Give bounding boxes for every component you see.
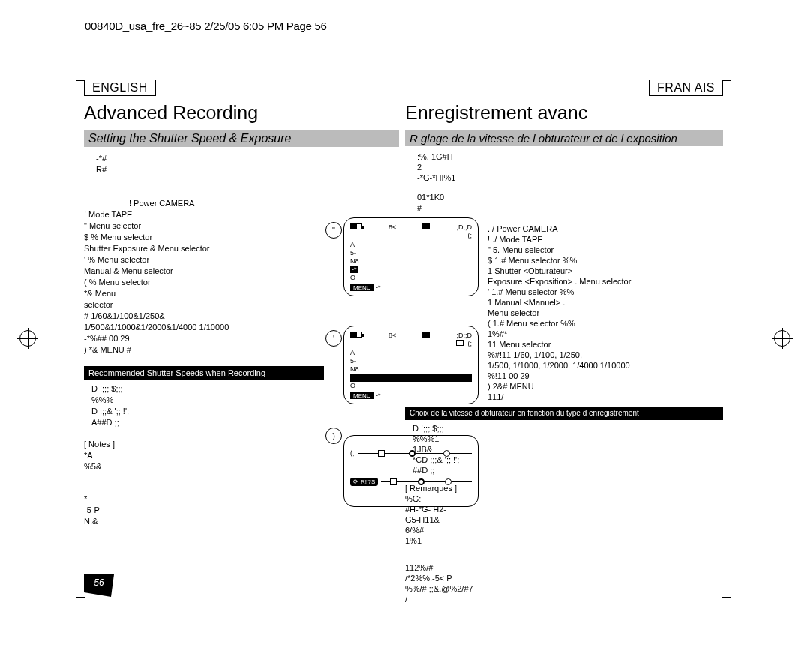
text: :%. 1G#H bbox=[417, 152, 723, 162]
text: . / Power CAMERA bbox=[488, 224, 723, 234]
text: / bbox=[405, 594, 723, 604]
text: 01*1K0 bbox=[417, 192, 723, 202]
battery-icon bbox=[350, 224, 362, 230]
recommended-band-fr: Choix de la vitesse d obturateur en fonc… bbox=[405, 406, 723, 420]
text: ( 1.# Menu selector %% bbox=[488, 318, 723, 328]
text: %%% bbox=[92, 394, 324, 406]
registration-mark bbox=[774, 330, 790, 346]
text: 1/500&1/1000&1/2000&1/4000 1/10000 bbox=[84, 322, 324, 333]
text: N;& bbox=[84, 516, 324, 527]
text: A bbox=[350, 241, 472, 249]
card-icon bbox=[456, 340, 464, 346]
text: -*G-*HI%1 bbox=[417, 172, 723, 183]
text: 8< bbox=[388, 332, 396, 339]
lcd-screen-2: 8< ;D;;D (; A 5- N8 O MENU -* bbox=[344, 326, 478, 404]
text: selector bbox=[84, 299, 324, 310]
text: Exposure <Exposition> . Menu selector bbox=[488, 276, 723, 286]
recommended-band-en: Recommended Shutter Speeds when Recordin… bbox=[84, 366, 324, 380]
text: 1%1 bbox=[405, 536, 723, 546]
title-english: Advanced Recording bbox=[84, 102, 258, 124]
text: ( % Menu selector bbox=[84, 277, 324, 288]
text: 1/500, 1/1000, 1/2000, 1/4000 1/10000 bbox=[488, 360, 723, 370]
crop-mark bbox=[76, 597, 86, 606]
text: ) *& MENU # bbox=[84, 344, 324, 356]
text: " 5. Menu selector bbox=[488, 244, 723, 255]
text: ;D;;D bbox=[456, 332, 472, 339]
text: Manual & Menu selector bbox=[84, 266, 324, 277]
text: -*%## 00 29 bbox=[84, 333, 324, 344]
text: O bbox=[350, 274, 472, 282]
text: A##D ;; bbox=[92, 417, 324, 428]
text: 5- bbox=[350, 357, 472, 365]
shutter-pill: ⟳R!'?S bbox=[350, 478, 378, 486]
text: " Menu selector bbox=[84, 220, 324, 232]
text: 5- bbox=[350, 249, 472, 257]
exposure-slider bbox=[358, 453, 472, 454]
text: R# bbox=[96, 164, 324, 176]
text: $ 1.# Menu selector %% bbox=[488, 255, 723, 266]
text: O bbox=[350, 382, 472, 390]
lang-french: FRAN AIS bbox=[649, 80, 723, 96]
text: -5-P bbox=[84, 505, 324, 516]
subtitle-english: Setting the Shutter Speed & Exposure bbox=[84, 130, 399, 147]
lcd-screen-3: (; ⟳R!'?S bbox=[344, 435, 478, 507]
text: # 1/60&1/100&1/250& bbox=[84, 310, 324, 322]
registration-mark bbox=[20, 330, 36, 346]
menu-label: MENU bbox=[350, 392, 374, 399]
text: -*# bbox=[96, 153, 324, 164]
text: N8 bbox=[350, 365, 472, 374]
text: -* bbox=[376, 284, 381, 291]
text: ;D;;D bbox=[456, 224, 472, 231]
text: ' % Menu selector bbox=[84, 254, 324, 266]
text: 1%#* bbox=[488, 328, 723, 339]
step-circle-5: ' bbox=[326, 330, 342, 346]
text: %5& bbox=[84, 461, 324, 472]
text: ! Power CAMERA bbox=[129, 198, 324, 209]
text: 112%/# bbox=[405, 562, 723, 573]
text: -* bbox=[376, 392, 381, 399]
refresh-icon: ⟳ bbox=[353, 478, 358, 485]
text: ) 2&# MENU bbox=[488, 381, 723, 392]
text: Shutter Exposure & Menu selector bbox=[84, 243, 324, 254]
selected-item: -* bbox=[350, 266, 358, 273]
text: %#!11 1/60, 1/100, 1/250, bbox=[488, 350, 723, 360]
text: ! Mode TAPE bbox=[84, 209, 324, 220]
lcd-screen-1: 8< ;D;;D (; A 5- N8 -* O MENU -* bbox=[344, 218, 478, 296]
text: 2 bbox=[417, 162, 723, 172]
text: N8 bbox=[350, 257, 472, 266]
text: 11 Menu selector bbox=[488, 339, 723, 350]
text: D ;;;& ';; !'; bbox=[92, 406, 324, 417]
body-english: -*# R# ! Power CAMERA ! Mode TAPE " Menu… bbox=[84, 153, 324, 527]
subtitle-french: R glage de la vitesse de l obturateur et… bbox=[405, 130, 723, 146]
label: (; bbox=[350, 449, 355, 457]
text: G5-H11& bbox=[405, 514, 723, 525]
text: 1 Manual <Manuel> . bbox=[488, 297, 723, 308]
text: *& Menu bbox=[84, 288, 324, 299]
text: (; bbox=[468, 340, 472, 347]
notes-title: [ Notes ] bbox=[84, 439, 324, 450]
text: ' 1.# Menu selector %% bbox=[488, 286, 723, 297]
text: %!11 00 29 bbox=[488, 370, 723, 381]
text: 8< bbox=[388, 224, 396, 231]
text: $ % Menu selector bbox=[84, 232, 324, 243]
text: Menu selector bbox=[488, 308, 723, 318]
selected-item bbox=[350, 374, 472, 382]
file-header: 00840D_usa_fre_26~85 2/25/05 6:05 PM Pag… bbox=[85, 20, 326, 32]
text: (; bbox=[468, 232, 472, 239]
step-circle-3: " bbox=[326, 222, 342, 238]
text: *A bbox=[84, 450, 324, 461]
text: * bbox=[84, 494, 324, 505]
text: %%/# ;;&.@%2/#7 bbox=[405, 584, 723, 594]
text: A bbox=[350, 349, 472, 357]
shutter-slider bbox=[381, 482, 472, 482]
menu-label: MENU bbox=[350, 284, 374, 291]
page-frame: ENGLISH FRAN AIS Advanced Recording Enre… bbox=[81, 76, 726, 602]
text: 1 Shutter <Obturateur> bbox=[488, 266, 723, 276]
text: ! ./ Mode TAPE bbox=[488, 234, 723, 244]
text: /*2%%.-5< P bbox=[405, 573, 723, 584]
tape-icon bbox=[422, 224, 430, 230]
page-number: 56 bbox=[84, 574, 114, 597]
text: 6/%# bbox=[405, 525, 723, 536]
step-circle-7: ) bbox=[326, 428, 342, 444]
title-french: Enregistrement avanc bbox=[405, 102, 587, 124]
